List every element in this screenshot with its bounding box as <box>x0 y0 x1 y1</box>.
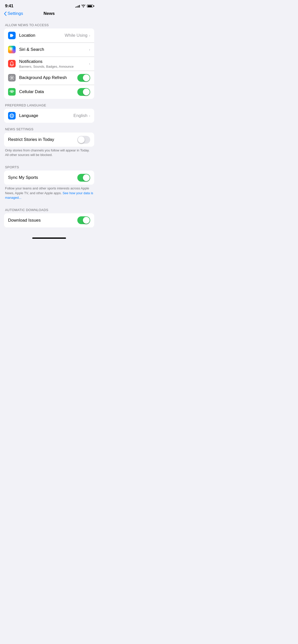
home-bar <box>32 237 66 239</box>
language-app-icon <box>8 112 16 119</box>
sync-sports-label: Sync My Sports <box>8 175 77 180</box>
battery-icon <box>87 5 93 8</box>
signal-icon <box>75 5 80 8</box>
notifications-sublabel: Banners, Sounds, Badges, Announce <box>19 65 89 68</box>
svg-point-1 <box>11 77 13 78</box>
notifications-label: Notifications <box>19 59 89 64</box>
wifi-icon <box>81 5 85 8</box>
card-allow-access: Location While Using › Siri & Search › <box>4 28 94 99</box>
status-icons <box>75 5 93 8</box>
download-issues-toggle-knob <box>83 217 90 224</box>
notifications-chevron: › <box>89 62 90 66</box>
download-issues-toggle[interactable] <box>77 216 90 224</box>
location-value: While Using <box>65 33 88 38</box>
card-sports: Sync My Sports <box>4 171 94 185</box>
row-language[interactable]: Language English › <box>4 109 94 123</box>
row-restrict-stories[interactable]: Restrict Stories in Today <box>4 133 94 147</box>
row-cellular[interactable]: Cellular Data <box>4 85 94 99</box>
back-chevron-icon <box>4 12 7 16</box>
section-header-news-settings: NEWS SETTINGS <box>0 123 98 133</box>
section-header-sports: SPORTS <box>0 161 98 171</box>
language-value: English <box>74 113 88 118</box>
page-title: News <box>44 11 55 16</box>
section-footer-sports: Follow your teams and other sports inter… <box>0 185 98 204</box>
gear-icon <box>10 75 14 80</box>
language-chevron: › <box>89 114 90 118</box>
section-auto-downloads: AUTOMATIC DOWNLOADS Download Issues <box>0 204 98 227</box>
back-button[interactable]: Settings <box>4 11 23 16</box>
bg-refresh-app-icon <box>8 74 16 82</box>
bg-refresh-toggle[interactable] <box>77 74 90 82</box>
language-text: Language <box>19 113 74 118</box>
restrict-stories-toggle-knob <box>78 136 85 143</box>
siri-text: Siri & Search <box>19 47 89 52</box>
sync-sports-toggle[interactable] <box>77 174 90 182</box>
siri-label: Siri & Search <box>19 47 89 52</box>
section-preferred-language: PREFERRED LANGUAGE Language English › <box>0 99 98 123</box>
row-sync-sports[interactable]: Sync My Sports <box>4 171 94 185</box>
location-app-icon <box>8 32 16 39</box>
bg-refresh-text: Background App Refresh <box>19 75 77 80</box>
notifications-app-icon <box>8 60 16 67</box>
siri-chevron: › <box>89 48 90 52</box>
globe-icon <box>10 113 14 118</box>
location-label: Location <box>19 33 65 38</box>
row-notifications[interactable]: Notifications Banners, Sounds, Badges, A… <box>4 57 94 71</box>
battery-fill <box>88 5 92 7</box>
row-bg-refresh[interactable]: Background App Refresh <box>4 71 94 85</box>
row-download-issues[interactable]: Download Issues <box>4 213 94 227</box>
cellular-app-icon <box>8 88 16 96</box>
card-news-settings: Restrict Stories in Today <box>4 133 94 147</box>
section-header-language: PREFERRED LANGUAGE <box>0 99 98 109</box>
location-arrow-icon <box>10 33 14 38</box>
restrict-stories-label: Restrict Stories in Today <box>8 137 77 142</box>
status-bar: 9:41 <box>0 0 98 10</box>
siri-app-icon <box>8 46 16 53</box>
section-header-allow-access: ALLOW NEWS TO ACCESS <box>0 19 98 28</box>
cellular-toggle[interactable] <box>77 88 90 96</box>
row-siri[interactable]: Siri & Search › <box>4 43 94 57</box>
section-sports: SPORTS Sync My Sports Follow your teams … <box>0 161 98 204</box>
location-chevron: › <box>89 33 90 37</box>
cellular-toggle-knob <box>83 89 90 95</box>
card-language: Language English › <box>4 109 94 123</box>
bell-icon <box>10 61 14 66</box>
home-indicator <box>0 235 98 240</box>
sync-sports-toggle-knob <box>83 174 90 181</box>
section-header-auto-downloads: AUTOMATIC DOWNLOADS <box>0 204 98 213</box>
restrict-stories-toggle[interactable] <box>77 136 90 144</box>
sync-sports-text: Sync My Sports <box>8 175 77 180</box>
wifi-waves-icon <box>10 90 14 94</box>
status-time: 9:41 <box>5 4 13 9</box>
back-label: Settings <box>8 11 23 16</box>
section-footer-news-settings: Only stories from channels you follow wi… <box>0 147 98 161</box>
card-auto-downloads: Download Issues <box>4 213 94 227</box>
row-location[interactable]: Location While Using › <box>4 28 94 43</box>
restrict-stories-text: Restrict Stories in Today <box>8 137 77 142</box>
nav-bar: Settings News <box>0 10 98 19</box>
cellular-label: Cellular Data <box>19 89 77 94</box>
location-text: Location <box>19 33 65 38</box>
notifications-text: Notifications Banners, Sounds, Badges, A… <box>19 59 89 68</box>
download-issues-label: Download Issues <box>8 218 77 223</box>
download-issues-text: Download Issues <box>8 218 77 223</box>
cellular-text: Cellular Data <box>19 89 77 94</box>
section-news-settings: NEWS SETTINGS Restrict Stories in Today … <box>0 123 98 161</box>
section-allow-access: ALLOW NEWS TO ACCESS Location While Usin… <box>0 19 98 99</box>
bg-refresh-label: Background App Refresh <box>19 75 77 80</box>
bg-refresh-toggle-knob <box>83 74 90 81</box>
language-label: Language <box>19 113 74 118</box>
